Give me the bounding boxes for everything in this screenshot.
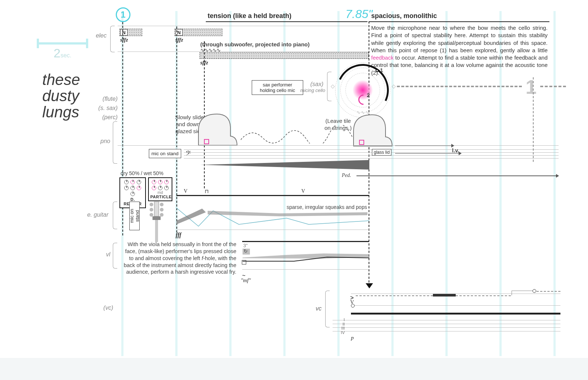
eguitar-fff: fff (176, 232, 181, 238)
label-vc-paren: (vc) (102, 305, 113, 311)
svg-rect-8 (153, 216, 161, 220)
svg-rect-9 (155, 220, 158, 242)
vc-bowlane-bot (351, 305, 560, 306)
label-eguitar: e. guitar (83, 212, 108, 218)
label-vl: vl (103, 251, 110, 258)
pno-pink-marker-2 (359, 140, 364, 145)
ghost-barline (533, 77, 534, 162)
pno-ped-arrow (356, 175, 559, 176)
expression-right: spacious, monolithic (371, 12, 437, 20)
vc-heavy-bar (351, 313, 560, 315)
vl-mf: "mf" (241, 277, 251, 284)
rehearsal-mark: 1 (116, 7, 130, 22)
vl-bar-top (242, 241, 369, 242)
elec-sffz-1: sffz (120, 37, 128, 43)
vl-square-notehead (242, 260, 246, 264)
top-rule-right (369, 21, 549, 22)
guitar-headstock-icon (143, 202, 169, 242)
sax-dashed-trajectory-2 (540, 86, 566, 87)
orb-label-2: 2 (367, 92, 370, 99)
vc-p: p (351, 335, 354, 341)
eguitar-bar-top (176, 195, 369, 196)
bow-mark-v-2: V (301, 188, 305, 194)
pno-staff-2 (184, 149, 559, 150)
piano-lid-icon-2 (352, 111, 396, 148)
svg-marker-10 (176, 209, 206, 224)
bow-down-mark-1: ⊓ (205, 188, 209, 195)
vl-bar-bot (242, 269, 369, 270)
feedback-highlight: feedback (371, 54, 394, 61)
top-rule-left (206, 21, 368, 22)
label-sax-paren: (sax) (303, 81, 323, 88)
svg-rect-1 (154, 202, 159, 216)
eguitar-mic-box: mic on stand (129, 202, 140, 230)
svg-point-7 (160, 213, 164, 217)
vc-bow-step-up (512, 291, 534, 291)
ruler-value: 2 (54, 46, 61, 60)
vc-bow-dash-2 (456, 295, 511, 296)
vc-bowlane-top (351, 294, 560, 294)
ghost-rehearsal-1: 1 (526, 75, 537, 98)
time-gridline (229, 11, 232, 356)
pedal-rnd-label: rnd (150, 191, 170, 195)
vl-gesture (243, 252, 369, 263)
elec-staff-top (118, 26, 368, 26)
vl-instruction: With the viola held sensually in front t… (121, 241, 236, 276)
svg-point-6 (160, 208, 164, 212)
timecode: 7.85" (345, 7, 373, 21)
sax-node-left: ◇ (331, 83, 335, 90)
expression-left: tension (like a held breath) (208, 12, 291, 20)
eguitar-sparse-note: sparse, irregular squeaks and pops (287, 204, 367, 211)
label-elec: elec (92, 32, 107, 39)
vc-staff-III (333, 327, 560, 328)
vc-bow-step-v (512, 291, 512, 295)
bass-clef-icon: 𝄢 (186, 149, 191, 159)
label-vc-right: vc (314, 305, 322, 312)
vc-bow-dash-3 (537, 291, 560, 292)
svg-marker-11 (208, 211, 368, 216)
label-perc: (perc) (97, 114, 118, 121)
roman-IV: IV (337, 331, 345, 335)
bow-mark-v-1: V (184, 188, 187, 194)
pno-lv-arrow-1 (395, 145, 454, 146)
system-barline-main (369, 21, 369, 286)
pedal-particle: rnd PARTICLE (148, 177, 172, 201)
label-ssax: (s. sax) (96, 105, 118, 111)
vc-bow-dash-1 (356, 295, 433, 296)
time-scale-ruler: 2sec. (37, 42, 88, 60)
piece-title: these dusty lungs (42, 72, 80, 120)
vc-harmonic-circle-2 (533, 289, 536, 293)
brace-elec (110, 26, 115, 52)
sax-dashed-trajectory (397, 86, 522, 87)
footer-strip (0, 358, 588, 380)
pno-staff-3 (184, 152, 559, 153)
title-line: dusty (42, 88, 80, 104)
label-flute: (flute) (96, 96, 118, 102)
brace-pno (113, 121, 117, 164)
elec-subwoofer-block (200, 52, 369, 59)
pno-staff-5 (184, 158, 559, 159)
performance-instruction-paragraph: Move the microphone near to where the bo… (371, 24, 548, 77)
brace-vc-right (325, 291, 330, 327)
pno-staff-4 (184, 155, 559, 156)
svg-point-4 (150, 213, 153, 217)
pno-mic-box: mic on stand (149, 149, 181, 158)
title-line: lungs (42, 104, 80, 120)
pno-lv-arrow-2 (395, 153, 461, 154)
svg-point-3 (150, 208, 153, 212)
pno-staff-1 (118, 145, 559, 146)
title-line: these (42, 72, 80, 88)
svg-point-2 (150, 203, 153, 206)
vl-duration: 3" (243, 243, 248, 249)
vc-bow-solid (433, 294, 456, 296)
sax-node-right: ◇ (392, 83, 396, 90)
vc-staff-I (333, 320, 560, 320)
crescendo-wedge (200, 160, 369, 170)
ruler-unit: sec. (61, 52, 71, 58)
svg-point-5 (160, 203, 164, 206)
arrow-down-icon (366, 283, 373, 288)
pno-glass-lid: glass lid (372, 149, 391, 156)
vc-harmonic-circle (351, 304, 355, 308)
vc-roman-numerals: I II III IV (337, 318, 345, 335)
piano-lid-icon-1 (197, 110, 241, 147)
